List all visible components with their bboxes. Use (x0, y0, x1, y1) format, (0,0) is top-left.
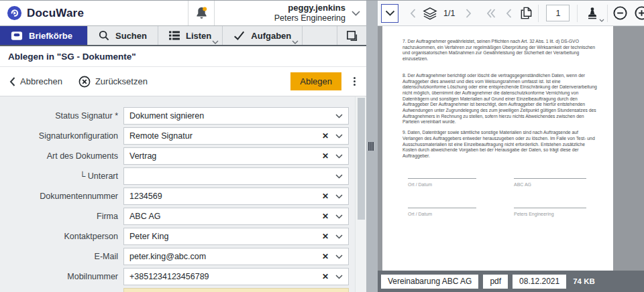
toolbar-separator (577, 5, 578, 22)
art-des-dokuments-input[interactable] (124, 151, 319, 161)
minus-circle-icon (612, 5, 628, 21)
kontaktperson-input[interactable] (124, 232, 319, 241)
chevron-down-icon[interactable] (332, 134, 348, 139)
mobilnummer-select[interactable]: ✕ (123, 268, 349, 285)
viewer-canvas[interactable]: 7. Der Auftragnehmer gewährleistet, sein… (378, 26, 644, 271)
cancel-button[interactable]: Abbrechen (9, 76, 62, 86)
email-input[interactable] (124, 252, 319, 261)
chevron-down-icon[interactable] (332, 174, 348, 179)
previous-document-button[interactable] (404, 4, 421, 23)
form-row-status-signatur: Status Signatur * (0, 107, 355, 125)
document-viewer: 1/1 (378, 1, 644, 292)
clear-field-icon[interactable]: ✕ (319, 132, 332, 140)
first-page-button[interactable] (482, 4, 500, 23)
email-select[interactable]: ✕ (123, 248, 349, 265)
pages-button[interactable] (517, 4, 535, 23)
status-signatur-select[interactable] (123, 107, 349, 125)
unterart-select[interactable] (123, 167, 349, 185)
zoom-out-button[interactable] (611, 4, 629, 23)
tabs-spacer (303, 26, 337, 45)
page-number-input[interactable] (546, 5, 570, 21)
chevron-down-icon[interactable] (332, 234, 348, 239)
tab-aufgaben[interactable]: Aufgaben (223, 26, 303, 45)
signature-label: ABC AG (514, 182, 586, 187)
status-signatur-input[interactable] (124, 111, 332, 121)
clear-field-icon[interactable]: ✕ (319, 273, 332, 281)
plus-circle-icon (634, 5, 644, 21)
field-label: E-Mail (0, 252, 123, 261)
viewer-menu-button[interactable] (381, 4, 398, 23)
chevron-down-icon[interactable] (332, 254, 348, 259)
tab-suchen[interactable]: Suchen (88, 26, 158, 45)
chevron-down-icon[interactable] (332, 194, 348, 199)
kontaktperson-select[interactable]: ✕ (123, 228, 349, 245)
zoom-in-button[interactable] (633, 4, 644, 23)
dokumentennummer-input[interactable] (124, 192, 319, 201)
tab-listen[interactable]: Listen (158, 26, 223, 45)
field-label: └ Unterart (0, 171, 123, 181)
index-form-area: Status Signatur * Signaturkonfiguration … (0, 96, 366, 292)
signature-line (408, 208, 476, 208)
chevron-down-icon (385, 10, 395, 16)
stamp-button[interactable] (581, 4, 604, 23)
scrollbar-thumb[interactable] (358, 98, 365, 220)
document-date-badge: 08.12.2021 (513, 275, 566, 289)
layers-icon-button[interactable] (421, 4, 439, 23)
store-toolbar: Abbrechen Zurücksetzen Ablegen (0, 67, 366, 96)
window-restore-icon (346, 30, 358, 42)
chevron-down-icon[interactable] (332, 214, 348, 219)
docuware-logo-icon (7, 5, 22, 21)
more-options-button[interactable] (351, 74, 358, 88)
clear-field-icon[interactable]: ✕ (319, 252, 332, 261)
panel-splitter[interactable] (366, 1, 378, 292)
chevron-down-icon[interactable] (332, 154, 348, 159)
signature-field: Ort / Datum (408, 208, 476, 216)
open-new-window-button[interactable] (337, 26, 366, 45)
tab-briefkoerbe[interactable]: Briefkörbe (0, 26, 88, 45)
document-type-badge: pdf (483, 275, 508, 289)
firma-select[interactable]: ✕ (123, 208, 349, 225)
notifications-button[interactable] (188, 1, 215, 25)
form-row-unterart: └ Unterart (0, 167, 355, 185)
store-button[interactable]: Ablegen (290, 72, 341, 90)
signaturkonfiguration-select[interactable]: ✕ (123, 127, 349, 145)
form-scrollbar[interactable] (355, 96, 366, 292)
tab-label: Aufgaben (251, 31, 291, 41)
chevron-down-icon[interactable] (332, 275, 348, 279)
clear-field-icon[interactable]: ✕ (319, 232, 332, 240)
previous-page-button[interactable] (500, 4, 517, 23)
signature-line (408, 178, 476, 179)
divider-grip[interactable] (368, 142, 374, 151)
signature-row: Ort / Datum Peters Engineering (402, 208, 596, 216)
chevron-down-icon (212, 40, 219, 44)
chevron-down-icon[interactable] (332, 114, 348, 119)
chevron-down-icon (352, 11, 360, 16)
user-organization: Peters Engineering (274, 13, 345, 24)
chevron-right-icon (466, 9, 472, 18)
field-label: Status Signatur * (0, 111, 123, 121)
checkmark-icon (233, 31, 245, 40)
field-label: Art des Dokuments (0, 151, 123, 161)
art-des-dokuments-select[interactable]: ✕ (123, 147, 349, 165)
unterart-input[interactable] (124, 171, 332, 181)
next-field-partial[interactable] (123, 288, 349, 292)
form-row-art-des-dokuments: Art des Dokuments ✕ (0, 147, 355, 165)
dokumentennummer-select[interactable]: ✕ (123, 188, 349, 205)
document-page[interactable]: 7. Der Auftragnehmer gewährleistet, sein… (382, 26, 613, 271)
field-label: Dokumentennummer (0, 192, 123, 201)
toolbar-separator (538, 5, 539, 22)
clear-field-icon[interactable]: ✕ (319, 152, 332, 160)
reset-button[interactable]: Zurücksetzen (78, 76, 148, 88)
reset-circle-x-icon (78, 76, 91, 88)
clear-field-icon[interactable]: ✕ (319, 192, 332, 200)
signaturkonfiguration-input[interactable] (124, 131, 319, 141)
firma-input[interactable] (124, 212, 319, 221)
mobilnummer-input[interactable] (124, 272, 319, 281)
next-document-button[interactable] (460, 4, 477, 23)
user-menu[interactable]: peggy.jenkins Peters Engineering (215, 1, 366, 25)
logo[interactable]: DocuWare (0, 1, 188, 25)
clear-field-icon[interactable]: ✕ (319, 212, 332, 220)
stamp-icon (585, 6, 600, 21)
user-name: peggy.jenkins (274, 3, 345, 13)
form-row-signaturkonfiguration: Signaturkonfiguration ✕ (0, 127, 355, 145)
